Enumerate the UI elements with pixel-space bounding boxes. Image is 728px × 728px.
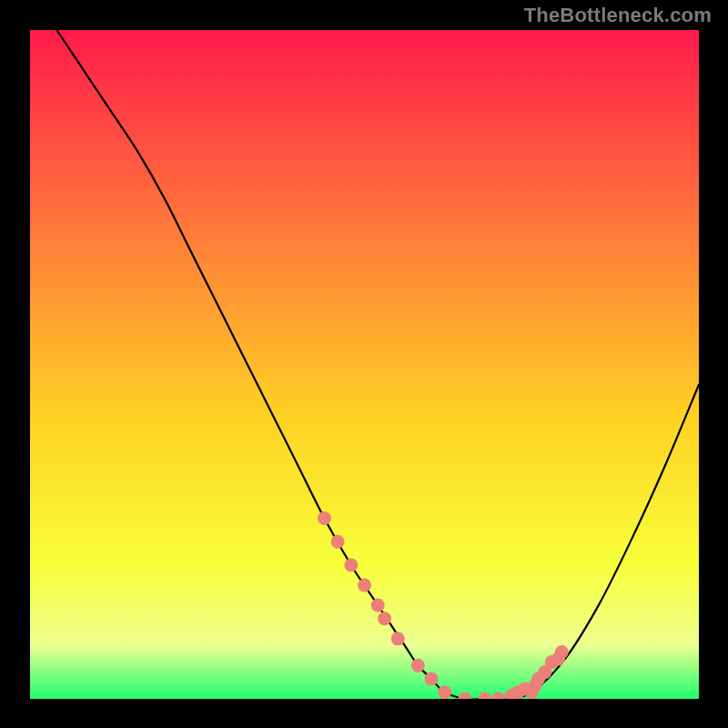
highlight-dot — [318, 511, 331, 525]
plot-svg — [30, 30, 699, 699]
highlight-dot — [438, 685, 451, 699]
chart-stage: TheBottleneck.com — [0, 0, 728, 728]
highlight-dot — [358, 579, 371, 592]
highlight-dot — [555, 645, 569, 659]
gradient-background — [30, 30, 699, 699]
plot-area — [30, 30, 699, 699]
highlight-dot — [425, 672, 439, 685]
highlight-dot — [411, 659, 425, 672]
highlight-dot — [331, 535, 345, 549]
highlight-dot — [391, 632, 405, 645]
highlight-dot — [378, 612, 391, 625]
highlight-dot — [344, 559, 358, 572]
watermark-text: TheBottleneck.com — [524, 4, 712, 27]
highlight-dot — [371, 599, 385, 612]
